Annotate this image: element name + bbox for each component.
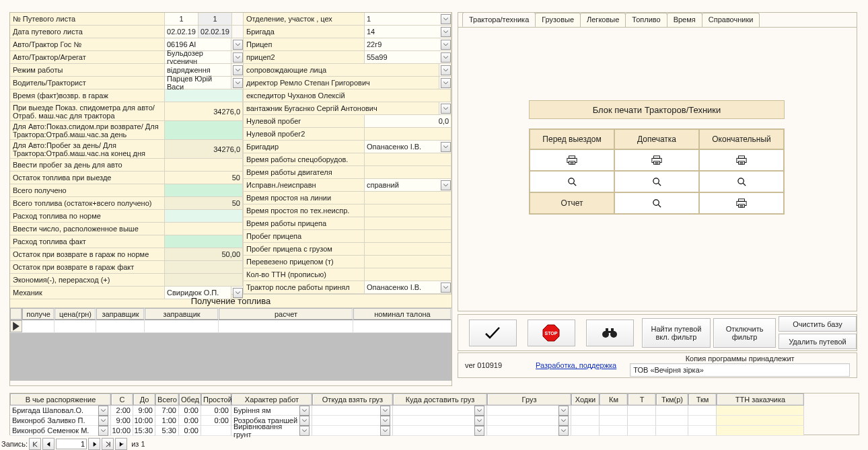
dropdown-icon[interactable] bbox=[441, 40, 451, 50]
dropdown-icon[interactable] bbox=[441, 142, 451, 152]
chevron-down-icon[interactable] bbox=[380, 426, 390, 436]
grid-cell[interactable]: 9:00 bbox=[133, 406, 155, 416]
nav-new-button[interactable]: * bbox=[115, 438, 127, 450]
grid-cell[interactable] bbox=[600, 416, 628, 426]
grid-cell[interactable] bbox=[312, 426, 393, 436]
grid-column-header[interactable]: Груз bbox=[487, 393, 571, 406]
support-link[interactable]: Разработка, поддержка bbox=[536, 361, 616, 369]
nav-prev-button[interactable] bbox=[42, 438, 55, 450]
nav-next-button[interactable] bbox=[88, 438, 100, 450]
grid-cell[interactable] bbox=[717, 426, 804, 436]
grid-cell[interactable]: 15:30 bbox=[133, 426, 155, 436]
preview-before-button[interactable] bbox=[530, 171, 614, 192]
record-position-input[interactable] bbox=[56, 439, 87, 449]
grid-column-header[interactable]: Всего bbox=[155, 393, 179, 406]
chevron-down-icon[interactable] bbox=[380, 406, 390, 416]
clear-db-button[interactable]: Очистить базу bbox=[779, 316, 857, 332]
field-value[interactable]: Парцев Юрій Васи bbox=[165, 77, 231, 89]
grid-cell[interactable] bbox=[688, 426, 717, 436]
grid-cell[interactable] bbox=[600, 426, 628, 436]
field-value[interactable] bbox=[365, 166, 451, 178]
field-value[interactable]: 02.02.19 bbox=[165, 26, 198, 38]
field-value[interactable] bbox=[165, 121, 243, 139]
delete-waybill-button[interactable]: Удалить путевой bbox=[779, 334, 857, 349]
grid-cell[interactable] bbox=[312, 416, 393, 426]
field-value[interactable]: 1 bbox=[165, 13, 198, 25]
tab-0[interactable]: Трактора/техника bbox=[462, 12, 536, 27]
grid-cell[interactable] bbox=[571, 416, 600, 426]
grid-column-header[interactable]: С bbox=[111, 393, 133, 406]
field-value[interactable] bbox=[365, 128, 451, 140]
grid-cell[interactable] bbox=[688, 406, 717, 416]
field-value[interactable]: 02.02.19 bbox=[198, 26, 232, 38]
field-value[interactable]: 0,0 bbox=[365, 115, 451, 127]
field-value[interactable]: 14 bbox=[365, 26, 439, 38]
chevron-down-icon[interactable] bbox=[299, 406, 310, 416]
field-value[interactable]: 34276,0 bbox=[165, 140, 243, 158]
grid-cell[interactable]: 0:00 bbox=[201, 416, 231, 426]
grid-cell[interactable] bbox=[600, 406, 628, 416]
preview-extra-button[interactable] bbox=[614, 171, 699, 192]
field-value[interactable] bbox=[365, 243, 451, 255]
grid-cell[interactable]: 7:00 bbox=[155, 406, 179, 416]
field-value[interactable] bbox=[165, 89, 243, 102]
grid-cell[interactable] bbox=[393, 406, 487, 416]
field-value[interactable] bbox=[165, 184, 243, 196]
binoculars-button[interactable] bbox=[586, 320, 634, 346]
grid-cell[interactable] bbox=[393, 416, 487, 426]
stop-button[interactable]: STOP bbox=[528, 320, 575, 346]
tab-3[interactable]: Топливо bbox=[625, 13, 667, 28]
grid-column-header[interactable]: Куда доставить груз bbox=[393, 393, 487, 406]
print-before-button[interactable] bbox=[530, 149, 614, 171]
grid-cell[interactable]: 5:30 bbox=[155, 426, 179, 436]
chevron-down-icon[interactable] bbox=[98, 426, 108, 436]
tab-1[interactable]: Грузовые bbox=[535, 13, 581, 28]
grid-cell[interactable]: Бригада Шаповал.О. bbox=[10, 406, 111, 416]
chevron-down-icon[interactable] bbox=[474, 406, 484, 416]
dropdown-icon[interactable] bbox=[441, 65, 451, 75]
dropdown-icon[interactable] bbox=[441, 78, 451, 88]
grid-cell[interactable]: 0:00 bbox=[201, 406, 231, 416]
grid-cell[interactable] bbox=[571, 406, 600, 416]
chevron-down-icon[interactable] bbox=[558, 426, 569, 436]
fuel-column-header[interactable]: заправщик bbox=[96, 308, 145, 320]
grid-column-header[interactable]: Характер работ bbox=[231, 393, 312, 406]
grid-column-header[interactable]: В чье распоряжение bbox=[10, 393, 111, 406]
dropdown-icon[interactable] bbox=[233, 40, 243, 50]
grid-cell[interactable]: 2:00 bbox=[111, 406, 133, 416]
fuel-column-header[interactable]: расчет bbox=[219, 308, 353, 320]
grid-column-header[interactable]: Ходки bbox=[571, 393, 600, 406]
grid-cell[interactable]: Буріння ям bbox=[231, 406, 312, 416]
grid-column-header[interactable]: ТТН заказчика bbox=[717, 393, 804, 406]
grid-column-header[interactable]: Т bbox=[628, 393, 656, 406]
field-value[interactable] bbox=[165, 235, 243, 248]
chevron-down-icon[interactable] bbox=[98, 416, 108, 426]
tab-5[interactable]: Справочники bbox=[702, 13, 760, 28]
report-print-button[interactable] bbox=[699, 192, 784, 214]
dropdown-icon[interactable] bbox=[441, 283, 451, 293]
field-value[interactable]: Бульдозер гусеничн bbox=[165, 51, 231, 63]
field-value[interactable] bbox=[165, 159, 243, 171]
grid-cell[interactable] bbox=[487, 406, 571, 416]
chevron-down-icon[interactable] bbox=[558, 416, 569, 426]
field-value[interactable] bbox=[165, 210, 243, 222]
grid-cell[interactable]: 1:00 bbox=[155, 416, 179, 426]
tab-2[interactable]: Легковые bbox=[580, 13, 626, 28]
dropdown-icon[interactable] bbox=[441, 104, 451, 114]
dropdown-icon[interactable] bbox=[441, 27, 451, 37]
fuel-column-header[interactable]: заправщик bbox=[145, 308, 219, 320]
dropdown-icon[interactable] bbox=[233, 65, 243, 75]
grid-cell[interactable] bbox=[312, 406, 393, 416]
grid-cell[interactable] bbox=[656, 426, 688, 436]
grid-column-header[interactable]: Ткм(р) bbox=[656, 393, 688, 406]
field-value[interactable]: 34276,0 bbox=[165, 102, 243, 120]
fuel-column-header[interactable]: цена(грн) bbox=[55, 308, 96, 320]
print-extra-button[interactable] bbox=[614, 149, 699, 171]
dropdown-icon[interactable] bbox=[233, 78, 243, 88]
grid-cell[interactable] bbox=[628, 406, 656, 416]
nav-last-button[interactable] bbox=[102, 438, 114, 450]
field-value[interactable]: 22г9 bbox=[365, 38, 439, 50]
chevron-down-icon[interactable] bbox=[299, 426, 310, 436]
disable-filter-button[interactable]: Отключить фильтр bbox=[713, 318, 776, 348]
tab-4[interactable]: Время bbox=[667, 13, 702, 28]
